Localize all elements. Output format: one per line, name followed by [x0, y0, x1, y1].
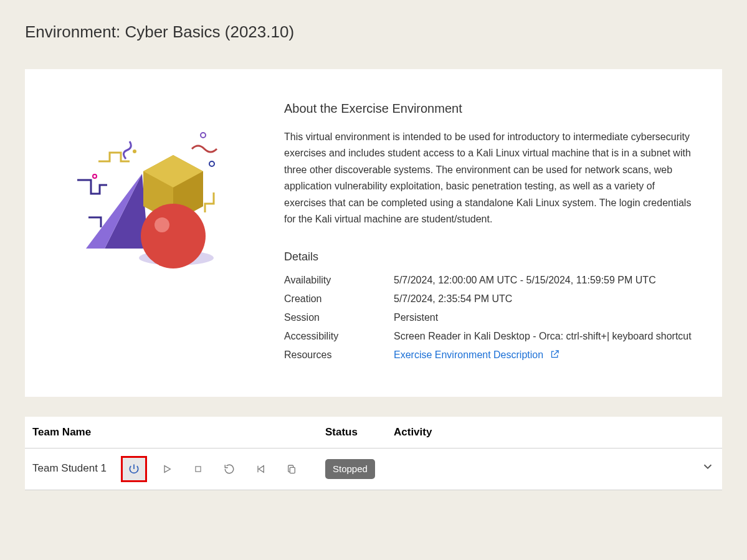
chevron-down-icon — [701, 460, 715, 473]
environment-card: About the Exercise Environment This virt… — [25, 69, 722, 397]
svg-point-4 — [133, 149, 136, 153]
details-row-accessibility: Accessibility Screen Reader in Kali Desk… — [284, 329, 692, 344]
svg-point-11 — [141, 204, 206, 268]
restart-icon — [224, 463, 235, 475]
details-label: Accessibility — [284, 329, 394, 344]
details-row-availability: Availability 5/7/2024, 12:00:00 AM UTC -… — [284, 273, 692, 288]
details-value: 5/7/2024, 2:35:54 PM UTC — [394, 292, 692, 306]
details-label: Resources — [284, 348, 394, 363]
teams-table: Team Name Status Activity Team Student 1 — [25, 417, 722, 490]
team-name: Team Student 1 — [32, 460, 107, 477]
about-description: This virtual environment is intended to … — [284, 129, 692, 227]
stop-button[interactable] — [187, 458, 209, 480]
svg-marker-16 — [259, 466, 264, 473]
page-title: Environment: Cyber Basics (2023.10) — [25, 20, 722, 44]
details-value: 5/7/2024, 12:00:00 AM UTC - 5/15/2024, 1… — [394, 273, 692, 288]
svg-point-0 — [201, 133, 206, 138]
step-back-button[interactable] — [249, 458, 272, 480]
copy-icon — [287, 463, 297, 475]
external-link-icon — [550, 348, 559, 363]
shapes-illustration — [67, 124, 242, 273]
power-icon — [128, 463, 140, 475]
col-header-status: Status — [325, 424, 394, 440]
about-heading: About the Exercise Environment — [284, 99, 692, 118]
details-row-creation: Creation 5/7/2024, 2:35:54 PM UTC — [284, 292, 692, 306]
expand-row-button[interactable] — [701, 465, 715, 475]
details-value: Persistent — [394, 310, 692, 325]
illustration — [55, 99, 254, 367]
play-button[interactable] — [156, 458, 178, 480]
col-header-activity: Activity — [394, 424, 690, 440]
table-row: Team Student 1 — [25, 448, 722, 490]
details-label: Session — [284, 310, 394, 325]
svg-rect-17 — [290, 467, 295, 473]
details-value: Screen Reader in Kali Desktop - Orca: ct… — [394, 329, 692, 344]
details-label: Creation — [284, 292, 394, 306]
svg-rect-14 — [195, 467, 200, 472]
col-header-team-name: Team Name — [32, 424, 325, 440]
stop-icon — [194, 465, 202, 473]
play-icon — [162, 464, 172, 474]
details-label: Availability — [284, 273, 394, 288]
restart-button[interactable] — [218, 458, 240, 480]
details-row-resources: Resources Exercise Environment Descripti… — [284, 348, 692, 363]
details-row-session: Session Persistent — [284, 310, 692, 325]
svg-point-1 — [93, 174, 97, 178]
svg-point-12 — [155, 217, 169, 232]
resources-link-text: Exercise Environment Description — [394, 349, 543, 360]
details-heading: Details — [284, 249, 692, 265]
power-button[interactable] — [121, 456, 147, 482]
svg-marker-13 — [164, 466, 170, 473]
resources-link[interactable]: Exercise Environment Description — [394, 349, 559, 360]
status-badge: Stopped — [325, 459, 375, 480]
svg-point-2 — [209, 161, 214, 166]
step-back-icon — [255, 464, 265, 474]
copy-button[interactable] — [280, 458, 303, 480]
